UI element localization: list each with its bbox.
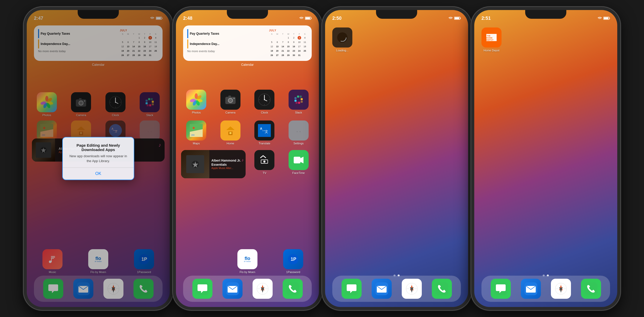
phone-4-frame: 2:51 THEHOMEDEPOT Home Depot: [471, 7, 620, 310]
dock-mail-3[interactable]: [372, 279, 392, 299]
svg-point-84: [264, 104, 265, 105]
app-row-2-phone2: 280 Maps Home A文 Translate: [181, 120, 314, 145]
app-flo-2[interactable]: flo BY MOEN Flo by Moen: [227, 249, 268, 274]
dock-messages-4[interactable]: [491, 279, 511, 299]
app-camera-2[interactable]: Camera: [215, 90, 246, 114]
home-label-2: Home: [227, 142, 234, 145]
app-1password-2[interactable]: 1P 1Password: [273, 249, 314, 274]
flo-icon-2[interactable]: flo BY MOEN: [237, 249, 257, 269]
dialog-message-1: New app downloads will now appear in the…: [67, 154, 129, 163]
settings-label-2: Settings: [293, 142, 304, 145]
svg-rect-92: [301, 101, 303, 103]
dock-messages-2[interactable]: [192, 279, 212, 299]
cal-dot-blue-2: [187, 29, 188, 38]
svg-rect-126: [455, 17, 459, 19]
svg-text:A: A: [260, 127, 262, 130]
phone-1: 2:47 Pay Quarterly Taxes: [24, 7, 173, 310]
svg-point-83: [264, 95, 265, 95]
dock-safari-3[interactable]: [402, 279, 422, 299]
maps-icon-2[interactable]: 280: [186, 120, 206, 141]
app-clock-2[interactable]: Clock: [249, 90, 280, 114]
app-facetime-2[interactable]: FaceTime: [283, 150, 314, 174]
svg-text:1P: 1P: [291, 257, 296, 262]
dock-mail-2[interactable]: [222, 279, 243, 299]
clock-icon-2[interactable]: [254, 90, 274, 110]
cal-event-text-4: Independence Day...: [190, 42, 219, 46]
cal-no-events-2: No more events today: [187, 50, 266, 53]
svg-rect-140: [610, 18, 610, 19]
homedepot-label-4: Home Depot: [481, 49, 502, 52]
phone-1-frame: 2:47 Pay Quarterly Taxes: [24, 7, 173, 310]
svg-rect-125: [460, 18, 461, 19]
svg-text:DEPOT: DEPOT: [486, 39, 494, 41]
tv-icon-2[interactable]: [254, 150, 274, 170]
homedepot-icon-4[interactable]: THEHOMEDEPOT: [481, 27, 502, 48]
svg-rect-65: [306, 17, 310, 19]
loading-app-3[interactable]: Loading...: [332, 27, 352, 52]
svg-rect-90: [300, 96, 302, 98]
facetime-icon-2[interactable]: [289, 150, 309, 170]
1password-label-2: 1Password: [286, 271, 300, 274]
svg-point-85: [259, 99, 260, 100]
dock-phone-2[interactable]: [283, 279, 303, 299]
status-time-2: 2:48: [183, 16, 192, 21]
battery-icon-3: [454, 17, 461, 20]
dialog-title-1: Page Editing and Newly Downloaded Apps: [67, 143, 129, 152]
dock-3: [332, 276, 461, 302]
app-home-2[interactable]: Home: [215, 120, 246, 145]
phone-3-screen: 2:50 Loading...: [325, 10, 468, 307]
music-album-art-2: [181, 150, 209, 178]
svg-point-109: [263, 161, 265, 163]
svg-rect-76: [228, 96, 231, 97]
svg-rect-123: [286, 282, 299, 295]
dock-mail-4[interactable]: [521, 279, 541, 299]
tv-label-2: TV: [263, 171, 266, 174]
dock-safari-2[interactable]: [253, 279, 273, 299]
app-translate-2[interactable]: A文 Translate: [249, 120, 280, 145]
camera-icon-2[interactable]: [220, 90, 240, 110]
svg-point-75: [229, 99, 232, 102]
app-tv-2[interactable]: TV: [249, 150, 280, 174]
dock-4: [481, 276, 610, 302]
dialog-overlay-1: Page Editing and Newly Downloaded Apps N…: [27, 10, 170, 307]
svg-rect-88: [294, 97, 297, 99]
calendar-widget-2[interactable]: Pay Quarterly Taxes Independence Day... …: [183, 25, 312, 61]
homedepot-app-4[interactable]: THEHOMEDEPOT Home Depot: [481, 27, 502, 52]
facetime-label-2: FaceTime: [292, 171, 305, 174]
status-time-4: 2:51: [481, 16, 491, 21]
cal-widget-label-2: Calendar: [183, 63, 312, 67]
loading-label-3: Loading...: [332, 49, 352, 52]
dock-messages-3[interactable]: [342, 279, 362, 299]
battery-icon-2: [305, 17, 312, 20]
clock-label-2: Clock: [261, 111, 268, 114]
dialog-ok-button-1[interactable]: OK: [63, 168, 134, 180]
status-icons-2: [299, 17, 312, 20]
phone-3-frame: 2:50 Loading...: [322, 7, 471, 310]
dock-2: [183, 276, 312, 302]
notch-2: [227, 10, 268, 19]
app-maps-2[interactable]: 280 Maps: [181, 120, 212, 145]
dock-phone-4[interactable]: [581, 279, 601, 299]
translate-icon-2[interactable]: A文: [254, 120, 274, 141]
photos-icon-2[interactable]: [186, 90, 206, 110]
dialog-content-1: Page Editing and Newly Downloaded Apps N…: [63, 137, 134, 167]
loading-icon-3[interactable]: [332, 27, 352, 48]
music-widget-2[interactable]: Albert Hammond Jr. Essentials Apple Musi…: [181, 150, 246, 178]
app-slack-2[interactable]: Slack: [283, 90, 314, 114]
camera-label-2: Camera: [225, 111, 235, 114]
app-settings-2[interactable]: Settings: [283, 120, 314, 145]
slack-icon-2[interactable]: [289, 90, 309, 110]
home-icon-2[interactable]: [220, 120, 240, 141]
1password-icon-2[interactable]: 1P: [283, 249, 303, 269]
app-photos-2[interactable]: Photos: [181, 90, 212, 114]
status-icons-4: [598, 17, 610, 20]
cal-grid-2: JULY SMTWTFS 1234 567891011 121314151617…: [269, 29, 308, 57]
svg-point-77: [234, 98, 235, 99]
dialog-box-1: Page Editing and Newly Downloaded Apps N…: [62, 137, 134, 180]
settings-icon-2[interactable]: [289, 120, 309, 141]
dock-safari-4[interactable]: [551, 279, 571, 299]
wifi-icon-3: [449, 17, 453, 20]
dock-phone-3[interactable]: [432, 279, 452, 299]
svg-rect-100: [229, 132, 231, 134]
wifi-icon-2: [299, 17, 303, 20]
